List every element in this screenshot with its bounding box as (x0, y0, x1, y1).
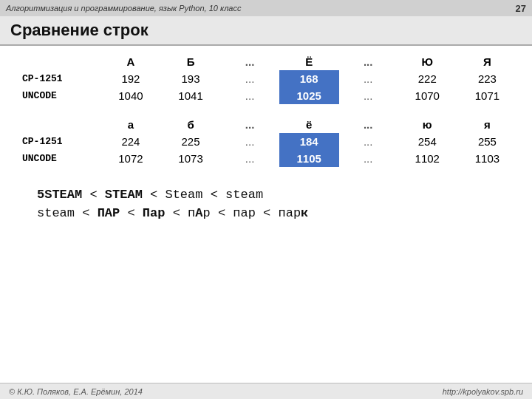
upper-table-row-cp1251: CP-1251 192 193 ... 168 ... 222 223 (15, 70, 517, 87)
main-content: А Б ... Ё ... Ю Я CP-1251 192 193 ... 16… (0, 46, 532, 232)
unicode-Yo: 1025 (279, 87, 339, 104)
unicode-A: 1040 (100, 87, 160, 104)
lt7: < (218, 206, 233, 220)
Par-bold: Пар (143, 206, 166, 220)
footer-right: http://kpolyakov.spb.ru (443, 387, 523, 396)
lt1: < (89, 188, 104, 202)
cp1251-yu: 254 (398, 133, 457, 150)
unicode-yo: 1105 (279, 150, 339, 167)
cp1251-B: 193 (161, 70, 221, 87)
cp1251-dots4: ... (339, 133, 398, 150)
cp1251-b: 225 (161, 133, 221, 150)
unicode-Ya: 1071 (457, 87, 517, 104)
unicode-dots1: ... (221, 87, 279, 104)
unicode-yu: 1102 (398, 150, 457, 167)
upper-table: А Б ... Ё ... Ю Я CP-1251 192 193 ... 16… (15, 53, 517, 104)
cp1251-Yo: 168 (279, 70, 339, 87)
footer: © К.Ю. Поляков, Е.А. Ерёмин, 2014 http:/… (0, 383, 532, 399)
lt4: < (82, 206, 97, 220)
cp1251-ya: 255 (457, 133, 517, 150)
header-dots2-lower: ... (339, 116, 398, 133)
header-Ya: Я (457, 53, 517, 70)
header-dots1-upper: ... (221, 53, 279, 70)
header-empty-upper (15, 53, 100, 70)
unicode-b: 1073 (161, 150, 221, 167)
unicode-B: 1041 (161, 87, 221, 104)
lower-table: а б ... ё ... ю я CP-1251 224 225 ... 18… (15, 116, 517, 167)
header-a: а (100, 116, 160, 133)
unicode-dots3: ... (221, 150, 279, 167)
lt3: < (211, 188, 225, 202)
header-b: б (161, 116, 221, 133)
footer-left: © К.Ю. Поляков, Е.А. Ерёмин, 2014 (9, 387, 143, 396)
line1-text: 5STEAM < STEAM < Steam < steam (37, 188, 263, 202)
5steam-bold: 5STEAM (37, 188, 82, 202)
unicode-a: 1072 (100, 150, 160, 167)
header-Yu: Ю (398, 53, 457, 70)
unicode-Yu: 1070 (398, 87, 457, 104)
steam-normal: steam (225, 188, 263, 202)
lower-table-row-cp1251: CP-1251 224 225 ... 184 ... 254 255 (15, 133, 517, 150)
subtitle: Алгоритмизация и программирование, язык … (6, 4, 241, 13)
cp1251-dots3: ... (221, 133, 279, 150)
header-yu: ю (398, 116, 457, 133)
Steam-normal: Steam (165, 188, 202, 202)
pAr: пАр (188, 206, 211, 220)
lower-table-row-unicode: UNCODE 1072 1073 ... 1105 ... 1102 1103 (15, 150, 517, 167)
unicode-dots2: ... (339, 87, 398, 104)
cp1251-Ya: 223 (457, 70, 517, 87)
unicode-dots4: ... (339, 150, 398, 167)
header-empty-lower (15, 116, 100, 133)
cp1251-Yu: 222 (398, 70, 457, 87)
cp1251-A: 192 (100, 70, 160, 87)
header-yo: ё (279, 116, 339, 133)
slide-title: Сравнение строк (10, 21, 522, 40)
cp1251-dots2: ... (339, 70, 398, 87)
upper-table-header: А Б ... Ё ... Ю Я (15, 53, 517, 70)
line2-text: steam < ПАР < Пар < пАр < пар < парк (37, 206, 308, 220)
label-unicode-lower: UNCODE (15, 150, 100, 167)
header-Yo: Ё (279, 53, 339, 70)
label-unicode-upper: UNCODE (15, 87, 100, 104)
header-A: А (100, 53, 160, 70)
header-ya: я (457, 116, 517, 133)
comparison-line2: steam < ПАР < Пар < пАр < пар < парк (37, 206, 517, 220)
steam2: steam (37, 206, 75, 220)
slide-title-bar: Сравнение строк (0, 16, 532, 46)
header-dots2-upper: ... (339, 53, 398, 70)
header-dots1-lower: ... (221, 116, 279, 133)
lt6: < (173, 206, 188, 220)
lower-table-header: а б ... ё ... ю я (15, 116, 517, 133)
upper-table-row-unicode: UNCODE 1040 1041 ... 1025 ... 1070 1071 (15, 87, 517, 104)
header-B: Б (161, 53, 221, 70)
STEAM-bold: STEAM (105, 188, 143, 202)
par-normal: пар (233, 206, 256, 220)
unicode-ya: 1103 (457, 150, 517, 167)
comparison-lines: 5STEAM < STEAM < Steam < steam steam < П… (37, 188, 517, 220)
top-bar: Алгоритмизация и программирование, язык … (0, 0, 532, 16)
lt2: < (150, 188, 165, 202)
label-cp1251-lower: CP-1251 (15, 133, 100, 150)
lt5: < (127, 206, 142, 220)
label-cp1251-upper: CP-1251 (15, 70, 100, 87)
cp1251-a: 224 (100, 133, 160, 150)
park-bold: парк (279, 206, 309, 220)
slide-number: 27 (516, 3, 526, 14)
tables-section: А Б ... Ё ... Ю Я CP-1251 192 193 ... 16… (15, 53, 517, 174)
comparison-line1: 5STEAM < STEAM < Steam < steam (37, 188, 517, 202)
PAR-bold: ПАР (98, 206, 120, 220)
cp1251-yo: 184 (279, 133, 339, 150)
cp1251-dots1: ... (221, 70, 279, 87)
lt8: < (263, 206, 278, 220)
